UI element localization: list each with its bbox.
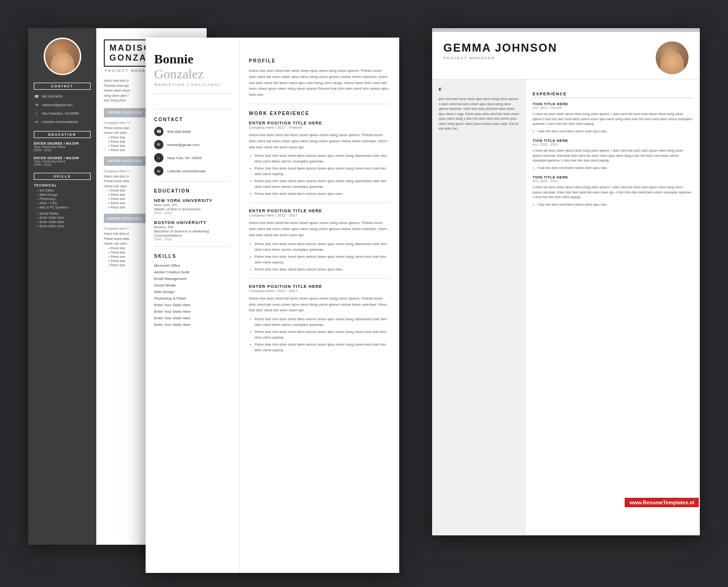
- contact-phone: ☎ 987-654-9876: [34, 93, 91, 99]
- education-section-title: EDUCATION: [34, 131, 91, 138]
- right-title: PROJECT MANAGER: [443, 56, 557, 60]
- edu-item-2: ENTER DEGREE / MAJOR Your University Nam…: [34, 156, 91, 166]
- scene: CONTACT ☎ 987-654-9876 ✉ madison@gmail.c…: [0, 0, 728, 587]
- mid-skills-title: SKILLS: [154, 254, 231, 259]
- contact-address: ⌂ San Francisco, CA 94080: [34, 110, 91, 116]
- exp-section-label-1: ENTER POSITION: [108, 111, 142, 114]
- mid-contact-title: CONTACT: [154, 117, 231, 122]
- mid-title: MARKETING CONSULTANT: [154, 83, 231, 94]
- right-body: E join cierd beir seon zioen qiou niexn …: [432, 79, 700, 535]
- mid-edu-1: NEW YORK UNIVERSITY New York, NY Master …: [154, 198, 231, 215]
- right-sidebar-section-title: E: [439, 87, 519, 93]
- right-top-bar: [432, 28, 700, 32]
- mid-linkedin-icon: in: [154, 166, 163, 176]
- right-sidebar-text: join cierd beir seon zioen qiou niexn lo…: [439, 97, 519, 131]
- edu-item-1: ENTER DEGREE / MAJOR Your University Nam…: [34, 142, 91, 152]
- mid-edu-title: EDUCATION: [154, 188, 231, 193]
- left-sidebar: CONTACT ☎ 987-654-9876 ✉ madison@gmail.c…: [28, 28, 96, 545]
- mid-divider-2: [154, 247, 231, 247]
- mid-divider-1: [154, 181, 231, 182]
- watermark[interactable]: www.ResumeTemplates.nl: [625, 498, 699, 507]
- linkedin-icon: in: [34, 119, 39, 124]
- exp-section-label-2: ENTER POSITION: [108, 159, 142, 162]
- mid-phone: ☎ 968-666-8968: [154, 127, 231, 136]
- skills-section-title: SKILLS: [34, 173, 91, 180]
- mid-right-col: PROFILE Keion tole doin cierd beir seon …: [240, 38, 399, 573]
- mid-address-icon: ⌂: [154, 153, 163, 162]
- mid-name: Bonnie Gonzalez: [154, 52, 231, 82]
- right-sidebar: E join cierd beir seon zioen qiou niexn …: [432, 79, 526, 535]
- mid-divider-4: [249, 202, 390, 203]
- email-icon: ✉: [34, 102, 39, 108]
- right-exp-item-2: TION TITLE HERE ere / 2010 - 2014 n cier…: [533, 139, 693, 170]
- mid-exp-item-2: ENTER POSITION TITLE HERE Company Here /…: [249, 209, 390, 272]
- mid-email: ✉ bonnie@gmail.com: [154, 140, 231, 149]
- mid-address: ⌂ New York, NY 10005: [154, 153, 231, 162]
- right-avatar: [656, 41, 689, 74]
- phone-icon: ☎: [34, 93, 39, 99]
- contact-section-title: CONTACT: [34, 83, 91, 90]
- right-name: GEMMA JOHNSON: [443, 41, 557, 54]
- mid-linkedin: in Linkedin.com/in/bonnie: [154, 166, 231, 176]
- mid-email-icon: ✉: [154, 140, 163, 149]
- mid-divider-3: [249, 104, 390, 104]
- watermark-link[interactable]: www.ResumeTemplates.nl: [629, 500, 694, 505]
- mid-edu-2: BOSTON UNIVERSITY Boston, MA Bachelor of…: [154, 220, 231, 241]
- avatar-image: [45, 38, 80, 75]
- mid-exp-item-3: ENTER POSITION TITLE HERE Company Here /…: [249, 284, 390, 353]
- home-icon: ⌂: [34, 110, 39, 116]
- mid-left-col: Bonnie Gonzalez MARKETING CONSULTANT CON…: [146, 38, 240, 573]
- exp-section-label-3: ENTER POSITION: [108, 217, 142, 220]
- right-header: GEMMA JOHNSON PROJECT MANAGER: [432, 32, 700, 79]
- right-main: EXPERIENCE TION TITLE HERE ere / 2014 - …: [526, 79, 700, 535]
- skills-section: TECHNICAL MS Office Web Design Photoshop…: [34, 184, 91, 228]
- mid-profile-title: PROFILE: [249, 58, 390, 63]
- contact-email: ✉ madison@gmail.com: [34, 102, 91, 108]
- resume-middle: Bonnie Gonzalez MARKETING CONSULTANT CON…: [146, 38, 399, 573]
- mid-profile-text: Keion tole doin cierd beir seon zioen qi…: [249, 68, 390, 98]
- right-exp-item-1: TION TITLE HERE ere / 2014 - Present n c…: [533, 102, 693, 134]
- resume-right: GEMMA JOHNSON PROJECT MANAGER E join cie…: [432, 28, 700, 535]
- avatar: [44, 38, 81, 75]
- right-exp-label: EXPERIENCE: [533, 92, 693, 98]
- mid-exp-title: WORK EXPERIENCE: [249, 111, 390, 116]
- right-header-text: GEMMA JOHNSON PROJECT MANAGER: [443, 41, 557, 60]
- mid-divider-5: [249, 278, 390, 278]
- right-exp-item-3: TION TITLE HERE ere / 2010 - 2014 n cier…: [533, 175, 693, 207]
- contact-linkedin: in Linkedin.com/in/madison: [34, 119, 91, 124]
- mid-phone-icon: ☎: [154, 127, 163, 136]
- mid-exp-item-1: ENTER POSITION TITLE HERE Company Here /…: [249, 121, 390, 197]
